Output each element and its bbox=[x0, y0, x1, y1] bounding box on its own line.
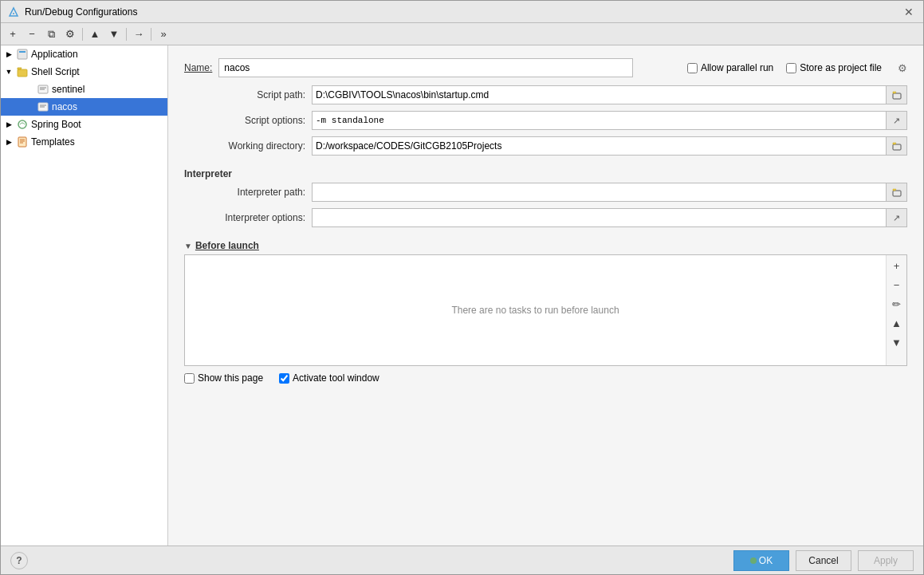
svg-rect-2 bbox=[18, 49, 27, 59]
before-launch-section: ▼ Before launch There are no tasks to ru… bbox=[184, 240, 907, 533]
sidebar-item-shell-script[interactable]: ▼ Shell Script bbox=[1, 63, 167, 81]
before-launch-header: ▼ Before launch bbox=[184, 240, 907, 251]
interpreter-path-input[interactable] bbox=[312, 183, 887, 202]
sidebar-item-sentinel[interactable]: ▶ sentinel bbox=[1, 81, 167, 98]
svg-marker-22 bbox=[893, 189, 896, 191]
script-path-input[interactable] bbox=[312, 85, 887, 104]
activate-tool-window-checkbox-label[interactable]: Activate tool window bbox=[279, 372, 379, 384]
top-options: Allow parallel run Store as project file… bbox=[687, 62, 907, 74]
sidebar-item-nacos[interactable]: ▶ nacos bbox=[1, 98, 167, 116]
copy-config-button[interactable]: ⧉ bbox=[42, 26, 60, 43]
top-bar: Name: Allow parallel run Store as projec… bbox=[184, 58, 907, 77]
before-launch-add-button[interactable]: + bbox=[888, 257, 906, 274]
toolbar-separator-3 bbox=[151, 28, 151, 41]
expand-application-toggle[interactable]: ▶ bbox=[4, 49, 14, 59]
activate-tool-window-checkbox[interactable] bbox=[279, 373, 289, 384]
svg-rect-13 bbox=[18, 137, 26, 147]
window-icon bbox=[7, 6, 20, 18]
sidebar-item-templates[interactable]: ▶ Templates bbox=[1, 133, 167, 151]
show-this-page-checkbox[interactable] bbox=[184, 373, 195, 384]
settings-config-button[interactable]: ⚙ bbox=[61, 26, 79, 43]
expand-spring-boot-toggle[interactable]: ▶ bbox=[4, 120, 14, 129]
store-as-project-label: Store as project file bbox=[800, 62, 882, 73]
sort-up-button[interactable]: ▲ bbox=[86, 26, 104, 43]
allow-parallel-checkbox-label[interactable]: Allow parallel run bbox=[687, 62, 773, 73]
templates-icon bbox=[16, 136, 29, 148]
application-icon bbox=[16, 48, 29, 61]
shell-script-folder-icon bbox=[16, 65, 29, 78]
script-path-browse-button[interactable] bbox=[887, 85, 907, 104]
sidebar-item-application[interactable]: ▶ Application bbox=[1, 45, 167, 63]
sentinel-icon bbox=[37, 83, 49, 96]
svg-rect-19 bbox=[893, 144, 901, 150]
allow-parallel-checkbox[interactable] bbox=[687, 63, 698, 73]
script-options-expand-button[interactable]: ↗ bbox=[887, 111, 907, 130]
title-bar: Run/Debug Configurations ✕ bbox=[1, 1, 923, 23]
working-directory-input-wrap bbox=[312, 136, 907, 156]
working-directory-row: Working directory: bbox=[184, 136, 907, 156]
before-launch-empty-text: There are no tasks to run before launch bbox=[451, 305, 619, 316]
sidebar-item-spring-boot[interactable]: ▶ Spring Boot bbox=[1, 116, 167, 133]
interpreter-path-label: Interpreter path: bbox=[184, 187, 312, 198]
shell-script-label: Shell Script bbox=[31, 66, 80, 77]
before-launch-remove-button[interactable]: − bbox=[888, 276, 906, 293]
nacos-label: nacos bbox=[52, 101, 77, 112]
svg-rect-3 bbox=[19, 51, 26, 53]
svg-marker-20 bbox=[893, 143, 896, 144]
before-launch-collapse-toggle[interactable]: ▼ bbox=[184, 242, 192, 250]
more-button[interactable]: » bbox=[155, 26, 172, 43]
configurations-toolbar: + − ⧉ ⚙ ▲ ▼ → » bbox=[1, 23, 923, 45]
ok-button[interactable]: OK bbox=[733, 550, 789, 571]
before-launch-move-up-button[interactable]: ▲ bbox=[888, 314, 906, 332]
working-directory-input[interactable] bbox=[312, 136, 887, 156]
svg-marker-18 bbox=[893, 92, 896, 93]
window-title: Run/Debug Configurations bbox=[25, 6, 901, 18]
working-directory-label: Working directory: bbox=[184, 140, 312, 152]
script-options-input-wrap: ↗ bbox=[312, 111, 907, 130]
help-button[interactable]: ? bbox=[10, 552, 28, 569]
interpreter-options-row: Interpreter options: ↗ bbox=[184, 208, 907, 227]
before-launch-list: There are no tasks to run before launch bbox=[185, 255, 886, 365]
store-as-project-checkbox[interactable] bbox=[786, 63, 796, 73]
expand-templates-toggle[interactable]: ▶ bbox=[4, 137, 14, 147]
toolbar-separator-1 bbox=[82, 28, 83, 41]
script-path-label: Script path: bbox=[184, 89, 312, 100]
name-label: Name: bbox=[184, 62, 212, 73]
interpreter-section-header: Interpreter bbox=[184, 168, 907, 179]
interpreter-options-label: Interpreter options: bbox=[184, 212, 312, 223]
close-button[interactable]: ✕ bbox=[901, 4, 917, 20]
remove-config-button[interactable]: − bbox=[23, 26, 41, 43]
nacos-icon bbox=[37, 100, 49, 113]
show-this-page-label: Show this page bbox=[198, 372, 263, 384]
svg-point-1 bbox=[13, 13, 14, 14]
name-input[interactable] bbox=[218, 58, 633, 77]
sort-down-button[interactable]: ▼ bbox=[105, 26, 123, 43]
interpreter-path-row: Interpreter path: bbox=[184, 183, 907, 202]
configurations-sidebar: ▶ Application ▼ Shell bbox=[1, 45, 168, 545]
add-config-button[interactable]: + bbox=[4, 26, 22, 43]
interpreter-path-input-wrap bbox=[312, 183, 907, 202]
svg-rect-21 bbox=[893, 191, 901, 196]
sentinel-label: sentinel bbox=[52, 84, 85, 95]
before-launch-edit-button[interactable]: ✏ bbox=[888, 295, 906, 313]
script-path-input-wrap bbox=[312, 85, 907, 104]
application-label: Application bbox=[31, 49, 78, 60]
working-directory-browse-button[interactable] bbox=[887, 136, 907, 156]
script-options-input[interactable] bbox=[312, 111, 887, 130]
expand-shell-script-toggle[interactable]: ▼ bbox=[4, 67, 14, 77]
show-this-page-checkbox-label[interactable]: Show this page bbox=[184, 372, 263, 384]
before-launch-label: Before launch bbox=[195, 240, 259, 251]
project-file-gear-icon[interactable]: ⚙ bbox=[898, 62, 907, 74]
svg-marker-0 bbox=[10, 8, 18, 16]
move-into-button[interactable]: → bbox=[130, 26, 147, 43]
interpreter-options-input[interactable] bbox=[312, 208, 887, 227]
apply-button[interactable]: Apply bbox=[858, 550, 914, 571]
spring-boot-icon bbox=[16, 118, 29, 131]
before-launch-move-down-button[interactable]: ▼ bbox=[888, 333, 906, 351]
footer-checkboxes: Show this page Activate tool window bbox=[184, 372, 907, 384]
store-as-project-checkbox-label[interactable]: Store as project file bbox=[786, 62, 882, 73]
svg-rect-17 bbox=[893, 93, 901, 99]
interpreter-options-expand-button[interactable]: ↗ bbox=[887, 208, 907, 227]
cancel-button[interactable]: Cancel bbox=[796, 550, 851, 571]
interpreter-path-browse-button[interactable] bbox=[887, 183, 907, 202]
